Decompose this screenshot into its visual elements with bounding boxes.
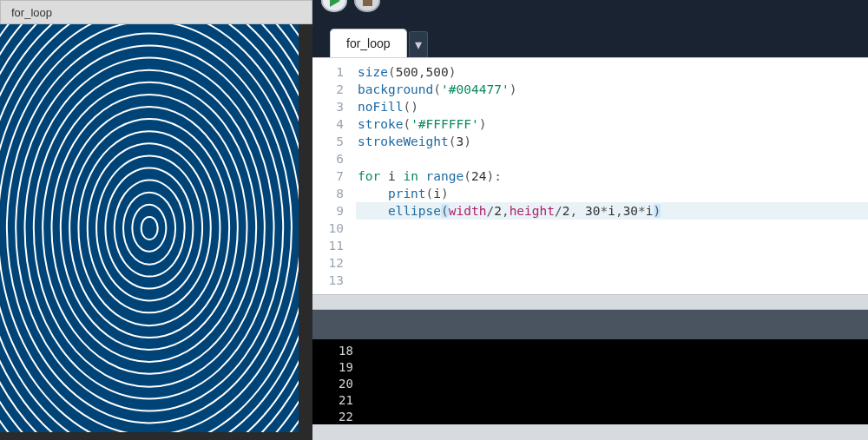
code-line[interactable]: strokeWeight(3) (356, 133, 868, 150)
code-line[interactable] (356, 254, 868, 272)
svg-rect-1 (363, 0, 372, 6)
line-number: 2 (312, 81, 344, 98)
tab-menu-button[interactable]: ▾ (409, 31, 428, 57)
line-number: 4 (312, 115, 344, 133)
play-icon (330, 0, 340, 7)
line-number: 12 (312, 254, 344, 272)
canvas-container (0, 24, 312, 440)
code-line[interactable]: noFill() (356, 98, 868, 115)
run-button[interactable] (321, 0, 347, 12)
output-window-title: for_loop (11, 6, 52, 19)
app-root: for_loop for_loop ▾ 12345678910111213 si… (0, 0, 868, 440)
console-line: 18 (339, 343, 868, 359)
pane-spacer (312, 310, 868, 339)
console-line: 22 (339, 409, 868, 424)
code-line[interactable] (356, 150, 868, 167)
editor-pane: for_loop ▾ 12345678910111213 size(500,50… (312, 0, 868, 440)
tab-for-loop[interactable]: for_loop (330, 29, 407, 57)
code-line[interactable] (356, 272, 868, 289)
code-line[interactable]: for i in range(24): (356, 167, 868, 185)
stop-icon (363, 0, 372, 6)
toolbar (312, 0, 868, 23)
line-number: 11 (312, 237, 344, 254)
line-number: 13 (312, 272, 344, 289)
code-line[interactable]: ellipse(width/2,height/2, 30*i,30*i) (356, 202, 868, 220)
line-number: 7 (312, 167, 344, 185)
pane-divider[interactable] (312, 294, 868, 310)
console-output[interactable]: 181920212223 (312, 339, 868, 424)
output-window: for_loop (0, 0, 312, 440)
sketch-canvas (0, 24, 299, 432)
console-line: 19 (339, 359, 868, 376)
line-number: 5 (312, 133, 344, 150)
line-number: 10 (312, 220, 344, 237)
chevron-down-icon: ▾ (415, 36, 422, 53)
code-line[interactable]: print(i) (356, 185, 868, 202)
tab-strip: for_loop ▾ (312, 23, 868, 57)
line-number: 9 (312, 202, 344, 220)
code-line[interactable] (356, 237, 868, 254)
status-bar (312, 424, 868, 440)
code-line[interactable]: background('#004477') (356, 81, 868, 98)
code-line[interactable]: size(500,500) (356, 63, 868, 81)
code-editor[interactable]: 12345678910111213 size(500,500)backgroun… (312, 57, 868, 294)
code-line[interactable] (356, 220, 868, 237)
console-line: 21 (339, 392, 868, 409)
line-number-gutter: 12345678910111213 (312, 58, 351, 294)
line-number: 8 (312, 185, 344, 202)
line-number: 3 (312, 98, 344, 115)
output-window-title-bar[interactable]: for_loop (0, 0, 312, 24)
line-number: 6 (312, 150, 344, 167)
code-line[interactable]: stroke('#FFFFFF') (356, 115, 868, 133)
code-body[interactable]: size(500,500)background('#004477')noFill… (351, 58, 868, 294)
ring (0, 24, 299, 432)
stop-button[interactable] (354, 0, 380, 12)
console-line: 20 (339, 376, 868, 392)
line-number: 1 (312, 63, 344, 81)
svg-marker-0 (330, 0, 340, 7)
